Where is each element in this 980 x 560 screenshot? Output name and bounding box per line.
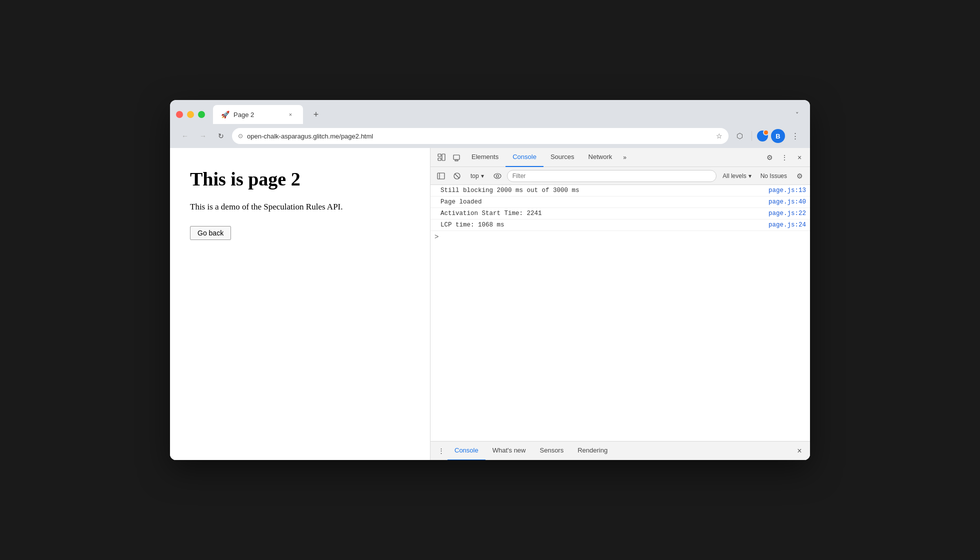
console-log-link-0[interactable]: page.js:13 [768,187,806,194]
console-levels-arrow: ▾ [748,172,752,180]
toolbar-divider [752,131,752,141]
console-levels-label: All levels [722,172,746,180]
devtools-tabs: Elements Console Sources Network » [464,148,762,167]
console-output: Still blocking 2000 ms out of 3000 ms pa… [430,185,810,441]
more-options-button[interactable]: ⋮ [788,129,802,143]
console-context-selector[interactable]: top ▾ [466,172,488,180]
url-security-icon: ⊙ [238,132,243,140]
drawer-menu-button[interactable]: ⋮ [434,444,448,458]
console-log-text-1: Page loaded [440,198,768,206]
console-context-value: top [470,172,479,180]
devtools-right-icons: ⚙ ⋮ × [763,151,806,164]
devtools-tabs-toolbar: Elements Console Sources Network » ⚙ ⋮ [430,148,810,167]
console-sidebar-toggle[interactable] [434,170,448,182]
new-tab-button[interactable]: + [309,108,323,122]
profile-button[interactable]: B [771,129,785,143]
reload-button[interactable]: ↻ [214,129,228,143]
tab-expand-button[interactable]: ˅ [790,108,804,122]
console-log-entry-0: Still blocking 2000 ms out of 3000 ms pa… [430,185,810,196]
inspect-element-button[interactable] [434,150,448,164]
console-context-arrow: ▾ [481,172,484,180]
title-bar: 🚀 Page 2 × + ˅ [170,100,810,125]
svg-rect-5 [438,173,444,179]
svg-point-10 [496,174,498,177]
console-log-entry-2: Activation Start Time: 2241 page.js:22 [430,208,810,220]
devtools-settings-button[interactable]: ⚙ [763,151,776,164]
console-prompt-label: > [434,233,438,241]
toolbar-icons: ⬡ B ⋮ [732,129,802,143]
maximize-button[interactable] [198,111,205,118]
go-back-button[interactable]: Go back [190,226,231,240]
devtools-icon[interactable] [757,130,768,142]
more-tabs-button[interactable]: » [619,154,630,161]
address-bar: ← → ↻ ⊙ open-chalk-asparagus.glitch.me/p… [170,125,810,148]
url-text: open-chalk-asparagus.glitch.me/page2.htm… [247,132,712,140]
tab-elements[interactable]: Elements [464,148,506,167]
svg-point-9 [494,174,501,178]
tab-close-button[interactable]: × [286,110,295,119]
devtools-drawer: ⋮ Console What's new Sensors Rendering × [430,441,810,460]
tab-console[interactable]: Console [506,148,544,167]
tab-sources[interactable]: Sources [544,148,582,167]
svg-rect-4 [455,160,458,161]
console-no-issues: No Issues [758,172,790,180]
console-levels-selector[interactable]: All levels ▾ [720,172,754,180]
drawer-tab-sensors[interactable]: Sensors [533,442,571,460]
console-clear-button[interactable] [450,170,464,182]
tab-favicon: 🚀 [221,110,230,118]
close-button[interactable] [176,111,183,118]
console-settings-button[interactable]: ⚙ [793,170,806,182]
drawer-tab-whats-new[interactable]: What's new [486,442,533,460]
console-log-link-1[interactable]: page.js:40 [768,198,806,206]
drawer-close-button[interactable]: × [793,444,806,458]
content-area: This is page 2 This is a demo of the Spe… [170,148,810,460]
console-filter-input[interactable] [507,170,717,182]
devtools-panel: Elements Console Sources Network » ⚙ ⋮ [430,148,810,460]
tab-network[interactable]: Network [582,148,620,167]
svg-rect-3 [454,155,460,160]
console-log-entry-1: Page loaded page.js:40 [430,196,810,208]
page-content: This is page 2 This is a demo of the Spe… [170,148,430,460]
console-log-text-0: Still blocking 2000 ms out of 3000 ms [440,187,768,194]
devtools-more-button[interactable]: ⋮ [778,151,791,164]
console-toolbar: top ▾ All levels ▾ No Issues ⚙ [430,167,810,185]
svg-line-8 [455,174,460,178]
console-log-text-3: LCP time: 1068 ms [440,222,768,228]
tab-title: Page 2 [234,111,282,118]
svg-rect-2 [442,154,445,160]
console-log-entry-3: LCP time: 1068 ms page.js:24 [430,220,810,231]
active-tab[interactable]: 🚀 Page 2 × [213,105,303,124]
back-button[interactable]: ← [178,129,192,143]
url-bar[interactable]: ⊙ open-chalk-asparagus.glitch.me/page2.h… [232,128,728,144]
browser-window: 🚀 Page 2 × + ˅ ← → ↻ ⊙ open-chalk-aspara… [170,100,810,460]
console-prompt[interactable]: > [430,231,810,243]
console-log-link-2[interactable]: page.js:22 [768,210,806,217]
traffic-lights [176,111,205,118]
bookmark-icon[interactable]: ☆ [716,132,722,140]
drawer-tab-console[interactable]: Console [448,442,486,460]
device-toolbar-button[interactable] [450,150,464,164]
svg-rect-0 [438,154,441,156]
minimize-button[interactable] [187,111,194,118]
extension-icon[interactable]: ⬡ [732,129,746,143]
devtools-close-button[interactable]: × [793,151,806,164]
console-log-link-3[interactable]: page.js:24 [768,222,806,228]
page-description: This is a demo of the Speculation Rules … [190,202,410,212]
console-log-text-2: Activation Start Time: 2241 [440,210,768,217]
drawer-tab-rendering[interactable]: Rendering [570,442,614,460]
console-eye-button[interactable] [491,170,504,182]
forward-button[interactable]: → [196,129,210,143]
page-heading: This is page 2 [190,168,410,190]
svg-rect-1 [438,158,441,160]
